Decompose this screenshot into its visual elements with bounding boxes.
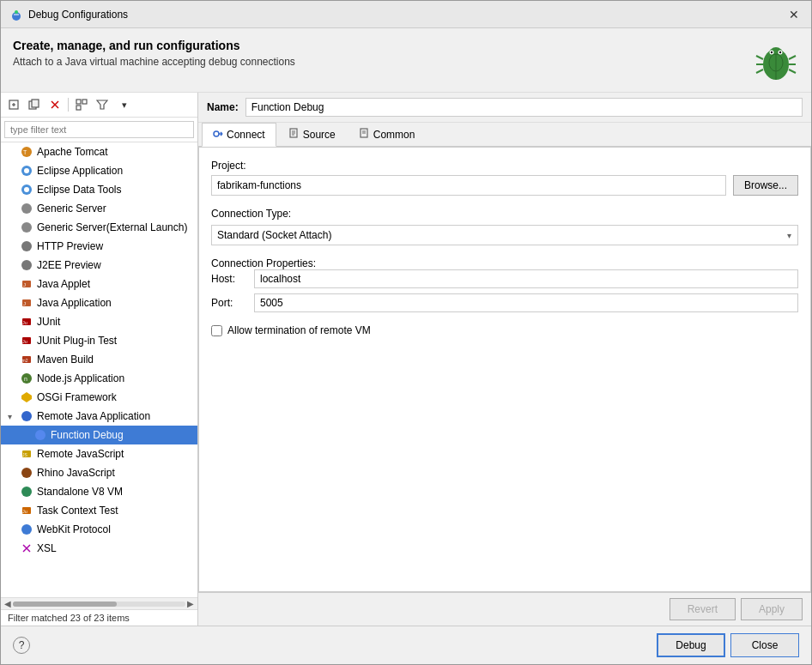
svg-point-1 <box>15 10 18 14</box>
allow-termination-label[interactable]: Allow termination of remote VM <box>227 324 371 336</box>
header-info: Create, manage, and run configurations A… <box>13 39 295 68</box>
host-label: Host: <box>211 273 254 285</box>
host-input[interactable] <box>254 269 798 288</box>
window-icon <box>9 8 23 21</box>
java-applet-icon: J <box>20 277 33 291</box>
tree-toolbar: ▾ <box>1 93 197 118</box>
svg-point-51 <box>21 411 32 421</box>
scrollbar-thumb[interactable] <box>13 602 117 607</box>
project-input[interactable] <box>211 175 726 196</box>
tab-source[interactable]: Source <box>278 123 347 146</box>
connection-type-select[interactable]: Standard (Socket Attach) <box>211 225 798 245</box>
svg-point-8 <box>779 51 781 53</box>
common-tab-icon <box>360 128 370 141</box>
tree-item-nodejs[interactable]: n Node.js Application <box>1 369 197 388</box>
tree-item-label: Remote Java Application <box>37 410 150 422</box>
eclipse-data-icon <box>20 183 33 196</box>
header-section: Create, manage, and run configurations A… <box>1 28 811 93</box>
revert-button[interactable]: Revert <box>670 598 736 620</box>
tree-item-label: Remote JavaScript <box>37 448 124 460</box>
tomcat-icon: T <box>20 145 33 159</box>
svg-point-7 <box>771 51 773 53</box>
project-group: Project: Browse... <box>211 160 798 196</box>
tree-item-task-context-test[interactable]: Ju Task Context Test <box>1 501 197 520</box>
allow-termination-checkbox[interactable] <box>211 325 222 336</box>
tree-item-java-application[interactable]: J Java Application <box>1 293 197 312</box>
config-name-input[interactable] <box>245 98 803 117</box>
tree-item-rhino-javascript[interactable]: Rhino JavaScript <box>1 463 197 482</box>
help-icon-label: ? <box>19 639 25 651</box>
tree-item-java-applet[interactable]: J Java Applet <box>1 275 197 293</box>
scroll-right-button[interactable]: ▶ <box>185 599 196 608</box>
name-row: Name: <box>198 93 811 123</box>
tree-item-generic-server-ext[interactable]: Generic Server(External Launch) <box>1 218 197 237</box>
tree-item-eclipse-application[interactable]: Eclipse Application <box>1 161 197 180</box>
svg-marker-27 <box>97 100 107 109</box>
browse-button[interactable]: Browse... <box>733 175 798 196</box>
header-subtitle: Attach to a Java virtual machine accepti… <box>13 56 295 68</box>
tree-item-eclipse-data-tools[interactable]: Eclipse Data Tools <box>1 180 197 199</box>
svg-rect-24 <box>76 100 81 104</box>
tree-item-label: Java Applet <box>37 278 90 290</box>
tree-item-label: Generic Server <box>37 203 106 215</box>
tree-item-remote-java-app[interactable]: ▾ Remote Java Application <box>1 407 197 426</box>
source-tab-icon <box>289 128 300 141</box>
filter-input[interactable] <box>4 121 194 138</box>
config-area: Project: Browse... Connection Type: Stan… <box>198 147 811 592</box>
tree-item-label: Node.js Application <box>37 372 124 384</box>
tree-item-webkit-protocol[interactable]: WebKit Protocol <box>1 520 197 539</box>
svg-rect-25 <box>82 100 87 104</box>
tree-item-j2ee-preview[interactable]: J2EE Preview <box>1 256 197 275</box>
tree-item-xsl[interactable]: XSL <box>1 539 197 558</box>
tree-item-label: Rhino JavaScript <box>37 467 115 479</box>
svg-line-12 <box>789 56 796 59</box>
java-app-icon: J <box>20 296 33 310</box>
tree-item-remote-javascript[interactable]: JS Remote JavaScript <box>1 444 197 463</box>
tree-item-junit-plugin[interactable]: Ju JUnit Plug-in Test <box>1 331 197 350</box>
tree-item-http-preview[interactable]: HTTP Preview <box>1 237 197 256</box>
junit-plugin-icon: Ju <box>20 334 33 348</box>
tree-item-label: OSGi Framework <box>37 391 117 403</box>
title-bar: Debug Configurations ✕ <box>1 1 811 28</box>
tree-item-generic-server[interactable]: Generic Server <box>1 199 197 218</box>
dropdown-button[interactable]: ▾ <box>115 95 134 114</box>
tree-item-function-debug[interactable]: Function Debug <box>1 426 197 444</box>
tree-item-label: WebKit Protocol <box>37 523 111 535</box>
tree-item-apache-tomcat[interactable]: T Apache Tomcat <box>1 142 197 161</box>
connection-type-wrapper: Standard (Socket Attach) ▾ <box>211 225 798 245</box>
delete-config-button[interactable] <box>45 95 64 114</box>
filter-button[interactable] <box>93 95 112 114</box>
tree-item-osgi[interactable]: OSGi Framework <box>1 388 197 407</box>
svg-point-31 <box>24 168 29 173</box>
tab-common[interactable]: Common <box>348 123 427 146</box>
duplicate-config-button[interactable] <box>25 95 44 114</box>
webkit-icon <box>20 523 33 536</box>
junit-icon: Ju <box>20 315 33 329</box>
tab-source-label: Source <box>303 129 336 141</box>
help-button[interactable]: ? <box>13 637 30 654</box>
debug-button[interactable]: Debug <box>657 633 725 657</box>
tree-item-maven-build[interactable]: m2 Maven Build <box>1 350 197 369</box>
task-context-icon: Ju <box>20 504 33 517</box>
left-panel: ▾ T Apache Tomcat <box>1 93 198 626</box>
svg-line-9 <box>756 56 763 59</box>
rhino-icon <box>20 466 33 480</box>
svg-line-11 <box>756 70 763 73</box>
tree-item-label: JUnit Plug-in Test <box>37 335 117 347</box>
right-panel: Name: Connect Source <box>198 93 811 626</box>
tree-item-junit[interactable]: Ju JUnit <box>1 312 197 331</box>
svg-text:Ju: Ju <box>22 339 27 344</box>
tab-common-label: Common <box>373 129 415 141</box>
svg-point-33 <box>24 187 29 192</box>
scroll-left-button[interactable]: ◀ <box>3 599 13 608</box>
apply-button[interactable]: Apply <box>741 598 803 620</box>
horizontal-scrollbar[interactable]: ◀ ▶ <box>1 597 197 609</box>
collapse-all-button[interactable] <box>72 95 91 114</box>
new-config-button[interactable] <box>4 95 23 114</box>
tab-connect[interactable]: Connect <box>202 123 276 147</box>
svg-text:J: J <box>23 301 26 306</box>
close-button[interactable]: Close <box>730 633 799 657</box>
port-input[interactable] <box>254 293 798 312</box>
close-window-button[interactable]: ✕ <box>785 6 803 23</box>
tree-item-standalone-v8[interactable]: Standalone V8 VM <box>1 482 197 501</box>
